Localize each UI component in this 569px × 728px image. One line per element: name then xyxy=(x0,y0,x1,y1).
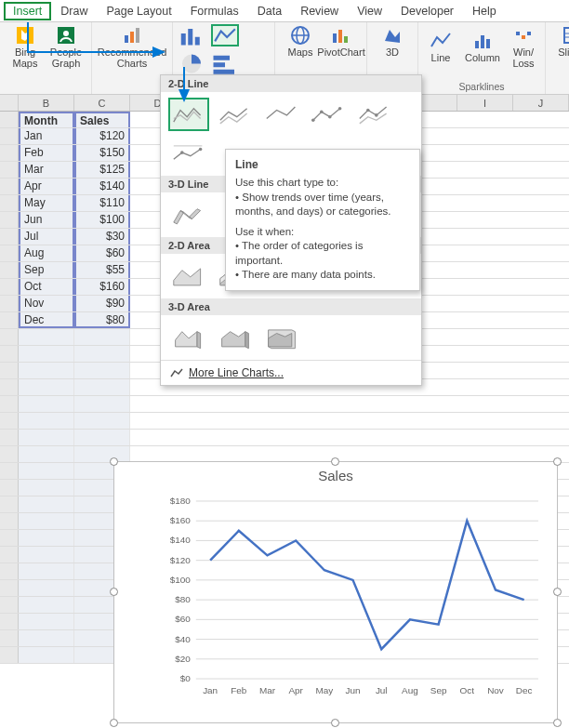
resize-handle[interactable] xyxy=(553,719,562,727)
resize-handle[interactable] xyxy=(110,457,118,466)
cell[interactable]: Jan xyxy=(19,128,74,144)
sparkline-line-button[interactable]: Line xyxy=(424,24,457,69)
chart-plot-area[interactable]: $0$20$40$60$80$100$120$140$160$180JanFeb… xyxy=(159,496,544,697)
cell[interactable]: Apr xyxy=(19,179,74,194)
cell[interactable] xyxy=(19,547,74,563)
cell[interactable] xyxy=(74,329,130,345)
tab-data[interactable]: Data xyxy=(248,2,291,20)
tab-developer[interactable]: Developer xyxy=(391,2,463,20)
cell[interactable]: $150 xyxy=(74,145,130,161)
cell[interactable] xyxy=(74,379,130,395)
cell[interactable] xyxy=(19,480,74,496)
chart-option-100-line-markers[interactable] xyxy=(168,137,209,170)
embedded-chart[interactable]: Sales $0$20$40$60$80$100$120$140$160$180… xyxy=(113,461,558,723)
cell[interactable] xyxy=(19,580,74,596)
chart-option-3d-stacked-area[interactable] xyxy=(215,321,256,354)
chart-option-3d-area[interactable] xyxy=(168,321,209,354)
cell[interactable] xyxy=(74,446,130,462)
cell[interactable]: $140 xyxy=(74,179,130,194)
tab-review[interactable]: Review xyxy=(291,2,348,20)
chart-option-3d-line[interactable] xyxy=(168,198,209,232)
col-header-i[interactable]: I xyxy=(457,95,513,111)
recommended-charts-button[interactable]: Recommended Charts xyxy=(98,24,166,69)
cell[interactable] xyxy=(19,513,74,529)
cell[interactable]: $125 xyxy=(74,162,130,178)
cell[interactable]: Nov xyxy=(19,296,74,311)
col-header-c[interactable]: C xyxy=(74,95,130,111)
cell[interactable]: Dec xyxy=(19,312,74,328)
cell[interactable] xyxy=(74,430,130,445)
sparkline-winloss-button[interactable]: Win/ Loss xyxy=(508,24,539,69)
cell[interactable]: $60 xyxy=(74,245,130,261)
cell[interactable]: $90 xyxy=(74,296,130,311)
tab-insert[interactable]: Insert xyxy=(4,2,51,20)
cell[interactable] xyxy=(19,346,74,362)
resize-handle[interactable] xyxy=(553,588,562,596)
cell[interactable] xyxy=(19,530,74,546)
cell[interactable] xyxy=(19,396,74,412)
cell[interactable] xyxy=(19,379,74,395)
bing-maps-button[interactable]: Bing Maps xyxy=(6,24,45,69)
tab-page-layout[interactable]: Page Layout xyxy=(97,2,180,20)
cell[interactable] xyxy=(19,630,74,646)
resize-handle[interactable] xyxy=(110,588,118,596)
cell[interactable]: $160 xyxy=(74,279,130,295)
cell[interactable]: Oct xyxy=(19,279,74,295)
3d-map-button[interactable]: 3D xyxy=(373,24,412,58)
cell[interactable] xyxy=(19,430,74,445)
resize-handle[interactable] xyxy=(553,457,562,466)
cell[interactable] xyxy=(74,413,130,429)
cell[interactable] xyxy=(19,597,74,613)
col-header-j[interactable]: J xyxy=(513,95,569,111)
chart-type-line-button[interactable] xyxy=(211,24,239,46)
cell[interactable] xyxy=(19,563,74,579)
cell[interactable]: $120 xyxy=(74,128,130,144)
chart-option-3d-100-area[interactable] xyxy=(261,321,302,354)
tab-draw[interactable]: Draw xyxy=(51,2,97,20)
cell[interactable]: Jun xyxy=(19,212,74,228)
pivotchart-button[interactable]: PivotChart xyxy=(322,24,361,58)
resize-handle[interactable] xyxy=(331,719,339,727)
cell[interactable] xyxy=(19,363,74,378)
chart-type-column-button[interactable] xyxy=(178,24,205,46)
cell[interactable] xyxy=(19,446,74,462)
chart-option-stacked-line[interactable] xyxy=(215,98,256,131)
cell[interactable]: Sales xyxy=(74,112,130,127)
cell[interactable]: Jul xyxy=(19,229,74,245)
cell[interactable] xyxy=(74,363,130,378)
cell[interactable]: Mar xyxy=(19,162,74,178)
cell[interactable] xyxy=(74,346,130,362)
cell[interactable]: Sep xyxy=(19,262,74,278)
tab-help[interactable]: Help xyxy=(463,2,506,20)
cell[interactable] xyxy=(19,463,74,479)
cell[interactable] xyxy=(19,329,74,345)
cell[interactable] xyxy=(19,647,74,663)
cell[interactable]: $30 xyxy=(74,229,130,245)
cell[interactable] xyxy=(19,413,74,429)
cell[interactable]: May xyxy=(19,195,74,211)
slicer-button[interactable]: Slicer xyxy=(551,24,569,58)
cell[interactable] xyxy=(19,614,74,629)
chart-type-pie-button[interactable] xyxy=(178,52,205,74)
resize-handle[interactable] xyxy=(331,457,339,466)
people-graph-button[interactable]: People Graph xyxy=(46,24,86,69)
sparkline-column-button[interactable]: Column xyxy=(463,24,502,69)
cell[interactable]: $80 xyxy=(74,312,130,328)
cell[interactable]: $110 xyxy=(74,195,130,211)
cell[interactable] xyxy=(19,496,74,512)
chart-option-line[interactable] xyxy=(168,98,209,131)
cell[interactable]: Month xyxy=(19,112,74,127)
col-header-b[interactable]: B xyxy=(19,95,74,111)
more-line-charts-link[interactable]: More Line Charts... xyxy=(161,360,421,385)
chart-option-stacked-line-markers[interactable] xyxy=(354,98,395,131)
cell[interactable]: $100 xyxy=(74,212,130,228)
resize-handle[interactable] xyxy=(110,719,118,727)
chart-option-line-markers[interactable] xyxy=(308,98,349,131)
cell[interactable]: Feb xyxy=(19,145,74,161)
cell[interactable]: $55 xyxy=(74,262,130,278)
maps-button[interactable]: Maps xyxy=(281,24,320,58)
chart-type-bar-button[interactable] xyxy=(211,52,239,74)
chart-option-100-stacked-line[interactable] xyxy=(261,98,302,131)
cell[interactable]: Aug xyxy=(19,245,74,261)
cell[interactable] xyxy=(74,396,130,412)
